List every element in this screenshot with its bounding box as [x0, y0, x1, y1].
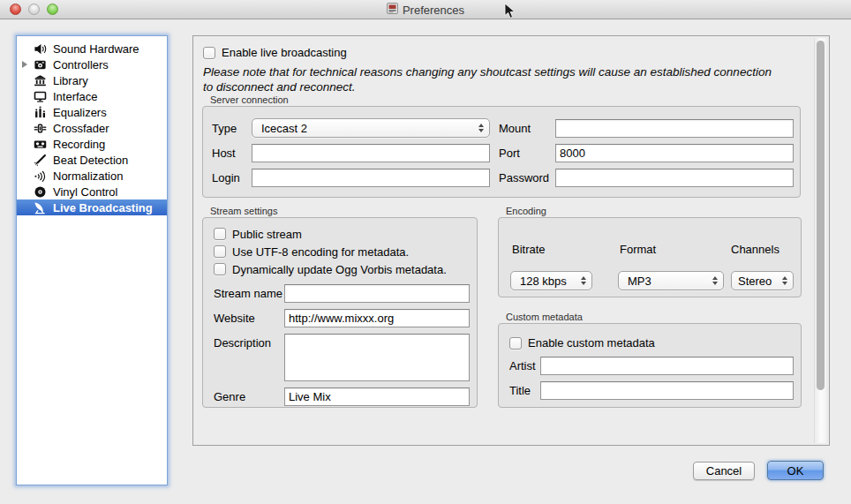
preferences-sidebar: Sound Hardware Controllers Library Inter…	[16, 35, 168, 485]
artist-input[interactable]	[540, 357, 794, 375]
description-textarea[interactable]	[284, 334, 470, 381]
encoding-title: Encoding	[506, 206, 802, 217]
public-stream-row: Public stream	[214, 225, 470, 243]
enable-live-broadcasting-label: Enable live broadcasting	[222, 46, 347, 59]
title-input[interactable]	[540, 381, 794, 400]
shoutcast-note: Please note that for technical reasons c…	[203, 64, 821, 94]
password-input[interactable]	[555, 169, 794, 187]
satellite-dish-icon	[32, 200, 49, 214]
sidebar-item-live-broadcasting[interactable]: Live Broadcasting	[17, 199, 167, 215]
description-label: Description	[214, 334, 284, 350]
login-input[interactable]	[252, 169, 490, 187]
login-label: Login	[212, 171, 252, 184]
format-dropdown[interactable]: MP3	[618, 271, 724, 290]
live-broadcasting-pane: Enable live broadcasting Please note tha…	[192, 35, 830, 446]
preferences-proxy-icon	[387, 3, 398, 17]
stepper-arrows-icon	[712, 276, 718, 286]
controller-icon	[32, 57, 49, 71]
server-connection-group: Server connection Type Icecast 2 Mount H…	[202, 94, 801, 198]
bitrate-label: Bitrate	[512, 243, 546, 256]
channels-label: Channels	[731, 243, 779, 256]
ogg-metadata-row: Dynamically update Ogg Vorbis metadata.	[214, 260, 470, 278]
enable-custom-metadata-row: Enable custom metadata	[509, 336, 655, 350]
vinyl-record-icon	[32, 184, 49, 199]
sidebar-item-library[interactable]: Library	[17, 72, 167, 88]
sidebar-item-label: Vinyl Control	[53, 185, 117, 199]
public-stream-label: Public stream	[232, 228, 302, 241]
sidebar-item-label: Library	[53, 74, 88, 87]
ogg-metadata-label: Dynamically update Ogg Vorbis metadata.	[232, 263, 447, 276]
custom-metadata-group: Custom metadata Enable custom metadata A…	[498, 312, 802, 408]
cassette-icon	[32, 137, 49, 151]
sidebar-item-beat-detection[interactable]: Beat Detection	[17, 152, 167, 168]
sidebar-item-crossfader[interactable]: Crossfader	[17, 120, 167, 136]
artist-label: Artist	[509, 359, 536, 372]
zoom-button[interactable]	[47, 4, 58, 15]
stream-name-input[interactable]	[284, 284, 470, 303]
mount-input[interactable]	[555, 119, 794, 138]
mouse-cursor-icon	[504, 3, 516, 23]
library-icon	[32, 73, 49, 87]
type-dropdown[interactable]: Icecast 2	[252, 118, 490, 138]
sidebar-item-label: Recording	[53, 138, 105, 151]
cancel-button[interactable]: Cancel	[693, 462, 755, 480]
stepper-arrows-icon	[581, 276, 586, 286]
sidebar-item-label: Sound Hardware	[53, 42, 139, 56]
enable-live-broadcasting-checkbox[interactable]	[203, 47, 215, 59]
sidebar-item-sound-hardware[interactable]: Sound Hardware	[17, 41, 167, 56]
wand-icon	[32, 153, 49, 167]
ogg-metadata-checkbox[interactable]	[214, 263, 226, 275]
server-connection-title: Server connection	[210, 94, 801, 106]
channels-dropdown[interactable]: Stereo	[731, 271, 794, 290]
utf8-metadata-label: Use UTF-8 encoding for metadata.	[232, 245, 409, 259]
scrollbar-thumb[interactable]	[817, 41, 825, 390]
password-label: Password	[490, 171, 555, 184]
port-input[interactable]	[555, 144, 794, 162]
monitor-icon	[32, 89, 49, 103]
sidebar-item-recording[interactable]: Recording	[17, 136, 167, 152]
genre-input[interactable]	[284, 387, 470, 406]
website-label: Website	[214, 309, 284, 325]
utf8-metadata-checkbox[interactable]	[214, 245, 226, 258]
sidebar-item-controllers[interactable]: Controllers	[17, 56, 167, 72]
enable-live-broadcasting-row: Enable live broadcasting	[203, 46, 347, 59]
minimize-button[interactable]	[28, 4, 40, 15]
stepper-arrows-icon	[782, 276, 787, 286]
sidebar-item-equalizers[interactable]: Equalizers	[17, 104, 167, 120]
utf8-metadata-row: Use UTF-8 encoding for metadata.	[214, 243, 470, 260]
port-label: Port	[490, 147, 555, 160]
titlebar[interactable]: Preferences	[0, 0, 851, 19]
window-title: Preferences	[403, 4, 464, 17]
sidebar-item-normalization[interactable]: Normalization	[17, 168, 167, 184]
sidebar-item-label: Crossfader	[53, 122, 109, 135]
custom-metadata-title: Custom metadata	[506, 312, 802, 323]
bitrate-dropdown[interactable]: 128 kbps	[510, 271, 592, 290]
vertical-scrollbar[interactable]	[814, 38, 826, 443]
format-label: Format	[620, 243, 656, 256]
close-button[interactable]	[10, 4, 21, 15]
preferences-window: Preferences Sound Hardware Controllers L…	[0, 0, 851, 504]
sidebar-item-label: Interface	[53, 90, 98, 103]
stream-settings-group: Stream settings Public stream Use UTF-8 …	[202, 206, 478, 408]
stream-settings-title: Stream settings	[210, 206, 478, 217]
stepper-arrows-icon	[478, 124, 484, 133]
sidebar-item-vinyl-control[interactable]: Vinyl Control	[17, 184, 167, 199]
type-label: Type	[212, 122, 252, 135]
host-input[interactable]	[252, 144, 490, 162]
public-stream-checkbox[interactable]	[214, 228, 226, 240]
sidebar-item-label: Controllers	[53, 58, 109, 71]
ok-button[interactable]: OK	[767, 461, 824, 480]
enable-custom-metadata-label: Enable custom metadata	[528, 336, 655, 350]
sidebar-item-label: Live Broadcasting	[53, 201, 153, 214]
sidebar-item-interface[interactable]: Interface	[17, 88, 167, 104]
stream-name-label: Stream name	[214, 284, 284, 300]
equalizer-bars-icon	[32, 105, 49, 119]
encoding-group: Encoding Bitrate Format Channels 128 kbp…	[498, 206, 802, 297]
sidebar-item-label: Equalizers	[53, 106, 107, 119]
soundwave-icon	[32, 169, 49, 183]
website-input[interactable]	[284, 309, 470, 327]
sidebar-item-label: Normalization	[53, 169, 123, 183]
speaker-icon	[32, 41, 49, 56]
enable-custom-metadata-checkbox[interactable]	[509, 337, 522, 350]
disclosure-triangle-icon[interactable]	[22, 61, 27, 68]
